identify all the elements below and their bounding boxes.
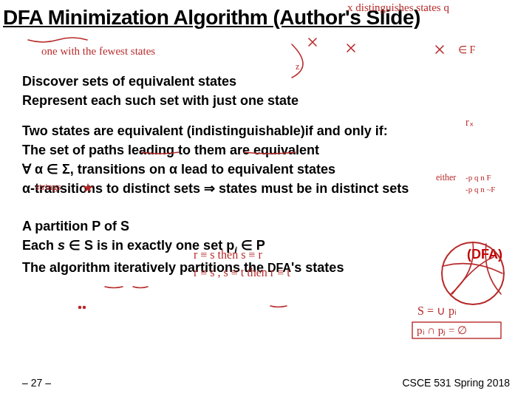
ink-ef: ∈ F <box>458 44 476 55</box>
line-forall: ∀ α ∈ Σ, transitions on α lead to equiva… <box>22 160 495 178</box>
course-label: CSCE 531 Spring 2018 <box>402 377 510 389</box>
txt: ∈ P <box>237 238 265 253</box>
dfa-small: DFA <box>267 262 291 274</box>
line-each-s: Each s ∈ S is in exactly one set pi ∈ P <box>22 236 495 257</box>
txt: ∈ S is in exactly one set p <box>65 238 234 253</box>
slide-body: Discover sets of equivalent states Repre… <box>22 72 495 288</box>
svg-point-0 <box>79 307 81 309</box>
svg-point-1 <box>83 307 86 309</box>
ink-top2: one with the fewest states <box>41 45 155 57</box>
slide-title: DFA Minimization Algorithm (Author's Sli… <box>0 6 532 30</box>
line-partition: A partition P of S <box>22 217 495 235</box>
line-iterative: The algorithm iteratively partitions the… <box>22 259 495 276</box>
line-discover: Discover sets of equivalent states <box>22 72 495 90</box>
line-distinct: α-transitions to distinct sets ⇒ states … <box>22 180 495 197</box>
dfa-label: (DFA) <box>467 245 502 263</box>
txt: The algorithm iteratively partitions the <box>22 260 267 275</box>
txt: 's states <box>291 260 344 275</box>
block-equiv: Two states are equivalent (indistinguish… <box>22 122 495 198</box>
svg-rect-3 <box>412 322 501 338</box>
line-represent: Represent each such set with just one st… <box>22 92 495 109</box>
ink-z: z <box>296 61 299 72</box>
ink-union: S = ∪ pᵢ <box>417 304 457 318</box>
block-partition: A partition P of S Each s ∈ S is in exac… <box>22 217 495 276</box>
slide: DFA Minimization Algorithm (Author's Sli… <box>0 0 532 399</box>
line-equiv-iff: Two states are equivalent (indistinguish… <box>22 122 495 140</box>
s-var: s <box>58 238 65 253</box>
footer: – 27 – CSCE 531 Spring 2018 <box>22 377 510 389</box>
page-number: – 27 – <box>22 377 51 389</box>
line-paths: The set of paths leading to them are equ… <box>22 141 495 159</box>
ink-inter: pᵢ ∩ pⱼ = ∅ <box>417 324 467 336</box>
block-discover: Discover sets of equivalent states Repre… <box>22 72 495 110</box>
txt: Each <box>22 238 58 253</box>
